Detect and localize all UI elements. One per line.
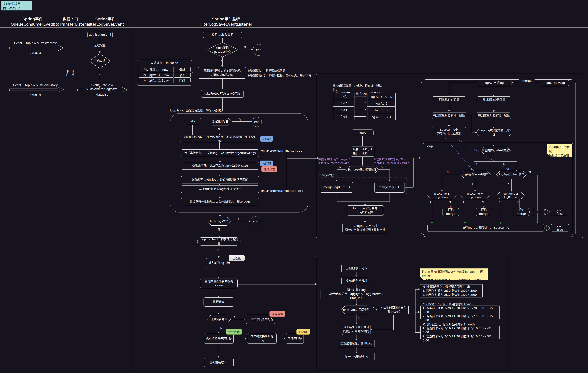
node-final-filterlogs: 最终获得一批经过层层合并后的log：filterLogs — [181, 198, 259, 205]
decision-only-merge-missing: 只merge缺少的物属性 — [346, 166, 379, 173]
connector — [356, 314, 357, 324]
cache-rule-cell: 物、属性：C, 1day — [139, 78, 174, 83]
edge-label-y: Y — [240, 118, 241, 122]
header-separator-line — [0, 28, 588, 28]
node-reject-merge-2: 拒绝merge — [476, 208, 492, 216]
page-title-badge: 实时数据消费 执行过滤引擎 — [1, 1, 32, 10]
connector — [449, 83, 449, 96]
connector — [393, 315, 394, 330]
node-push-mark: 推送并打标 — [286, 333, 304, 344]
connector — [449, 103, 449, 112]
node-return-true: return true — [551, 224, 569, 232]
status-badge-calc-error: 计算异常 — [261, 166, 277, 172]
arrowhead — [249, 220, 251, 222]
edge-label-n: N — [447, 170, 449, 174]
node-query-unmatched: 查询未匹配、计算异常的log(计算次数≤10) — [181, 162, 259, 170]
node-round-query-time: 对查询时间四舍五入 （整点查询） — [378, 305, 409, 315]
node-group-by-time: 按log的时间分组 — [341, 277, 371, 284]
edge-label-y: Y — [508, 182, 510, 186]
connector — [517, 161, 517, 171]
connector — [449, 83, 477, 83]
connector — [336, 201, 390, 202]
cache-rule-type: 最近 — [174, 72, 190, 78]
arrowhead — [245, 338, 247, 340]
connector — [193, 73, 198, 73]
connector — [511, 179, 512, 191]
connector — [362, 157, 363, 165]
connector — [494, 119, 494, 128]
node-loga-current: logA：当前log — [477, 80, 511, 86]
node-merge-again: 与上面合并后的log继续进行合并 — [181, 186, 259, 193]
edge-label-n: N — [482, 200, 484, 204]
arrowhead — [355, 304, 357, 306]
event-history-payload: dataList — [10, 93, 61, 97]
cache-rule-cell: 物、属性：B, 5min — [139, 72, 174, 78]
node-upsert-log: 更新或新增log — [204, 358, 233, 367]
arrowhead — [365, 115, 366, 117]
loop-tskv-label: loop tskv：匹配过滤规则，转为log对象 — [170, 109, 244, 113]
connector — [354, 96, 366, 96]
arrowhead — [441, 190, 443, 192]
arrowhead — [365, 109, 366, 110]
node-loga: logA — [352, 130, 374, 136]
arrowhead — [221, 41, 223, 42]
node-mark-complete: 对完备的log打标 — [206, 258, 232, 268]
edge-label-y: Y — [462, 200, 464, 204]
connector-green — [465, 199, 465, 223]
connector — [287, 151, 287, 191]
connector — [494, 136, 494, 146]
arrowhead — [474, 190, 476, 192]
edge-label-n: N — [517, 200, 520, 204]
connector — [379, 169, 389, 170]
fild-cell: fild1 — [333, 93, 355, 100]
node-merge-batch: 合并本批数据中生成的log：最终得到mergedNewLogs — [181, 149, 259, 157]
note-rules-2: 过滤规则详情：携带计算物、属性信息；聚合信息 — [248, 74, 321, 78]
connector — [354, 110, 366, 110]
edge-label-y: Y — [98, 73, 100, 77]
note-rules-1: 过滤规则：主要携带公式信息 — [248, 69, 321, 73]
arrowhead — [418, 332, 420, 333]
arrowhead — [370, 329, 372, 331]
event-latest-label: Event： topic = v1/tskv/latest — [10, 41, 61, 45]
decision-loga-has-latest-left: logA存在latest属性 — [460, 171, 491, 178]
arrowhead — [219, 215, 221, 217]
connector — [494, 86, 494, 96]
arrowhead — [500, 222, 502, 224]
edge-label-y: Y — [498, 200, 500, 204]
cache-rules-title: 过滤规则： in cache — [137, 61, 192, 65]
edge-label-y: Y — [217, 249, 219, 253]
fild-cell: fild2 — [333, 100, 355, 107]
connector — [415, 289, 416, 332]
lane-divider-3 — [313, 28, 313, 372]
edge-label-n: N — [244, 45, 246, 49]
connector — [365, 216, 365, 222]
event-latest-payload: dataList — [10, 51, 61, 55]
connector-green — [537, 175, 538, 223]
arrowhead — [376, 309, 378, 311]
node-merged-state: logB、logC已合并 logD未合并 — [347, 205, 384, 216]
arrowhead — [221, 65, 223, 67]
decision-datatype-range: dataType为区间类型 — [341, 306, 371, 314]
arrowhead — [536, 222, 538, 224]
node-matched-list: 已匹配的log列表 — [341, 265, 371, 272]
arrowhead — [431, 222, 433, 224]
note-db-merge-all: 数据库中的log去merge其 他log时，merge全部属性 — [318, 157, 354, 165]
connector — [389, 169, 390, 181]
edge-label-n: N — [339, 166, 341, 170]
arrowhead — [448, 95, 450, 96]
connector — [408, 310, 415, 310]
event-history-label: Event： topic = v1/tskv/history — [10, 83, 61, 87]
arrowhead — [99, 52, 101, 53]
cache-rule-type: 区间 — [174, 78, 190, 83]
connector-green — [432, 199, 432, 223]
label-only-merge-false: onlyMergeMissThingAttr: false — [261, 189, 308, 193]
arrowhead — [336, 180, 337, 181]
arrowhead — [389, 180, 390, 181]
node-loop-check-complete: loop to check: 物属性是否完备 — [197, 238, 241, 246]
node-execute-calc: 执行计算 — [204, 298, 234, 307]
event-filter-save-label: Event： topic = v1/tskv/filter/log/save — [77, 83, 127, 91]
node-merge-bcd: merge logB、C、D — [320, 182, 353, 193]
node-sourceinfo-latest: sourceInfo中 是否存在latest属性 — [432, 127, 466, 137]
edge-label-n: N — [220, 326, 222, 330]
arrowhead — [315, 283, 317, 285]
